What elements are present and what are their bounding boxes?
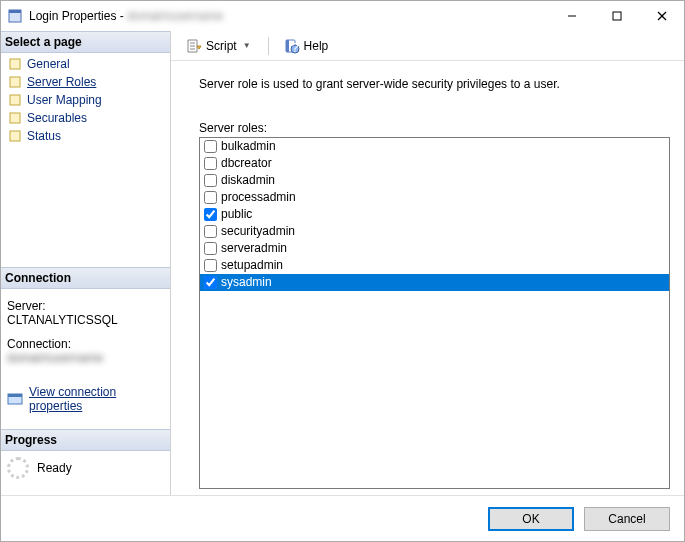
- role-label: setupadmin: [221, 257, 283, 274]
- svg-rect-7: [10, 77, 20, 87]
- ok-button[interactable]: OK: [488, 507, 574, 531]
- help-button[interactable]: ? Help: [277, 35, 336, 57]
- progress-panel: Ready: [1, 451, 170, 485]
- role-label: processadmin: [221, 189, 296, 206]
- connection-header: Connection: [1, 267, 170, 289]
- role-checkbox-serveradmin[interactable]: [204, 242, 217, 255]
- page-item-securables[interactable]: Securables: [1, 109, 170, 127]
- server-label: Server:: [7, 299, 164, 313]
- chevron-down-icon: ▼: [241, 41, 253, 50]
- toolbar-separator: [268, 37, 269, 55]
- page-icon: [7, 128, 23, 144]
- main-body: Server role is used to grant server-wide…: [171, 61, 684, 495]
- progress-spinner-icon: [7, 457, 29, 479]
- role-label: serveradmin: [221, 240, 287, 257]
- role-label: diskadmin: [221, 172, 275, 189]
- view-connection-properties-row: View connection properties: [1, 385, 170, 413]
- description-text: Server role is used to grant server-wide…: [199, 77, 670, 91]
- page-icon: [7, 74, 23, 90]
- role-row-dbcreator[interactable]: dbcreator: [200, 155, 669, 172]
- svg-text:?: ?: [291, 41, 298, 54]
- role-row-processadmin[interactable]: processadmin: [200, 189, 669, 206]
- server-roles-label: Server roles:: [199, 121, 670, 135]
- sidebar: Select a page General Server Roles User …: [1, 31, 171, 495]
- close-button[interactable]: [639, 2, 684, 30]
- content-area: Select a page General Server Roles User …: [1, 31, 684, 495]
- page-label: Status: [27, 129, 61, 143]
- page-label: General: [27, 57, 70, 71]
- connection-panel: Server: CLTANALYTICSSQL Connection: doma…: [1, 289, 170, 371]
- page-item-user-mapping[interactable]: User Mapping: [1, 91, 170, 109]
- server-value: CLTANALYTICSSQL: [7, 313, 164, 327]
- svg-rect-3: [613, 12, 621, 20]
- role-row-sysadmin[interactable]: sysadmin: [200, 274, 669, 291]
- svg-rect-8: [10, 95, 20, 105]
- page-item-status[interactable]: Status: [1, 127, 170, 145]
- page-icon: [7, 92, 23, 108]
- svg-rect-12: [8, 394, 22, 397]
- page-icon: [7, 110, 23, 126]
- select-page-header: Select a page: [1, 31, 170, 53]
- window-icon: [7, 8, 23, 24]
- cancel-button[interactable]: Cancel: [584, 507, 670, 531]
- dialog-footer: OK Cancel: [1, 495, 684, 541]
- role-row-securityadmin[interactable]: securityadmin: [200, 223, 669, 240]
- page-label: Securables: [27, 111, 87, 125]
- role-checkbox-setupadmin[interactable]: [204, 259, 217, 272]
- role-row-setupadmin[interactable]: setupadmin: [200, 257, 669, 274]
- maximize-button[interactable]: [594, 2, 639, 30]
- titlebar: Login Properties - domain\username: [1, 1, 684, 31]
- connection-value: domain\username: [7, 351, 164, 365]
- svg-rect-10: [10, 131, 20, 141]
- script-label: Script: [206, 39, 237, 53]
- page-item-server-roles[interactable]: Server Roles: [1, 73, 170, 91]
- window-title: Login Properties - domain\username: [29, 9, 223, 23]
- role-label: public: [221, 206, 252, 223]
- script-icon: [186, 38, 202, 54]
- progress-header: Progress: [1, 429, 170, 451]
- help-label: Help: [304, 39, 329, 53]
- page-icon: [7, 56, 23, 72]
- role-checkbox-sysadmin[interactable]: [204, 276, 217, 289]
- role-checkbox-securityadmin[interactable]: [204, 225, 217, 238]
- role-label: bulkadmin: [221, 138, 276, 155]
- page-list: General Server Roles User Mapping Secura…: [1, 53, 170, 151]
- role-checkbox-dbcreator[interactable]: [204, 157, 217, 170]
- role-checkbox-public[interactable]: [204, 208, 217, 221]
- connection-label: Connection:: [7, 337, 164, 351]
- role-checkbox-diskadmin[interactable]: [204, 174, 217, 187]
- svg-rect-14: [286, 40, 289, 52]
- help-icon: ?: [284, 38, 300, 54]
- role-row-diskadmin[interactable]: diskadmin: [200, 172, 669, 189]
- minimize-button[interactable]: [549, 2, 594, 30]
- svg-rect-6: [10, 59, 20, 69]
- role-checkbox-processadmin[interactable]: [204, 191, 217, 204]
- svg-rect-9: [10, 113, 20, 123]
- role-row-serveradmin[interactable]: serveradmin: [200, 240, 669, 257]
- page-label: User Mapping: [27, 93, 102, 107]
- role-row-bulkadmin[interactable]: bulkadmin: [200, 138, 669, 155]
- page-label: Server Roles: [27, 75, 96, 89]
- role-checkbox-bulkadmin[interactable]: [204, 140, 217, 153]
- main-panel: Script ▼ ? Help Server role is used to g…: [171, 31, 684, 495]
- role-label: dbcreator: [221, 155, 272, 172]
- view-connection-properties-link[interactable]: View connection properties: [29, 385, 164, 413]
- page-item-general[interactable]: General: [1, 55, 170, 73]
- svg-rect-1: [9, 10, 21, 13]
- connection-properties-icon: [7, 391, 23, 407]
- role-label: sysadmin: [221, 274, 272, 291]
- role-row-public[interactable]: public: [200, 206, 669, 223]
- progress-status: Ready: [37, 461, 72, 475]
- toolbar: Script ▼ ? Help: [171, 31, 684, 61]
- role-label: securityadmin: [221, 223, 295, 240]
- script-button[interactable]: Script ▼: [179, 35, 260, 57]
- server-roles-list[interactable]: bulkadmindbcreatordiskadminprocessadminp…: [199, 137, 670, 489]
